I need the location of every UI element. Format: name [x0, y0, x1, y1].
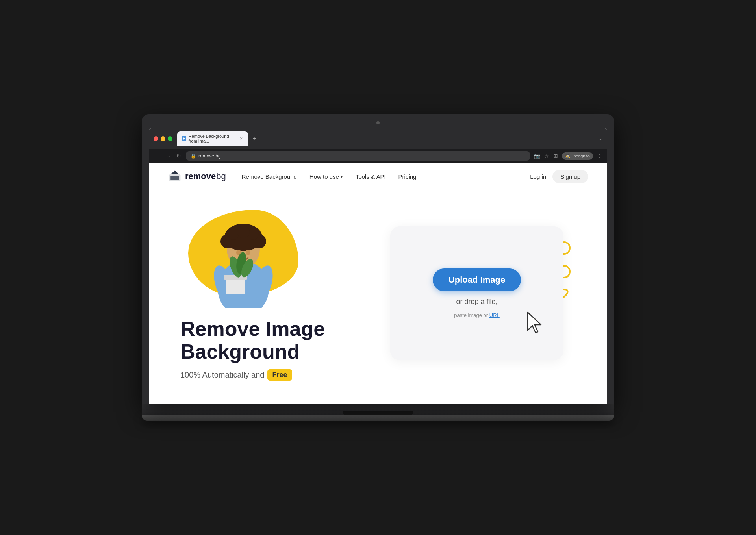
- logo-text: remove bg: [185, 171, 226, 181]
- address-bar[interactable]: 🔒 remove.bg: [186, 151, 530, 161]
- tab-favicon: [182, 136, 186, 141]
- login-button[interactable]: Log in: [530, 173, 546, 180]
- tab-view-icon[interactable]: ⊞: [553, 153, 558, 159]
- url-text: remove.bg: [198, 153, 221, 159]
- laptop-bottom: [142, 415, 614, 421]
- active-tab[interactable]: Remove Background from Ima... ✕: [177, 131, 248, 146]
- new-tab-button[interactable]: +: [250, 134, 259, 143]
- site-nav: remove bg Remove Background How to use ▾: [149, 163, 607, 190]
- browser-tabs: Remove Background from Ima... ✕ +: [177, 131, 594, 146]
- forward-button[interactable]: →: [165, 152, 172, 160]
- hero-person-image: [200, 210, 287, 308]
- nav-pricing[interactable]: Pricing: [398, 173, 417, 180]
- tab-title: Remove Background from Ima...: [189, 134, 237, 143]
- person-svg: [200, 210, 287, 308]
- upload-image-button[interactable]: Upload Image: [433, 268, 521, 291]
- svg-marker-1: [170, 171, 179, 174]
- browser-chrome: Remove Background from Ima... ✕ + ⌄ ← → …: [149, 128, 607, 163]
- chevron-down-icon: ▾: [341, 174, 343, 179]
- incognito-label: Incognito: [572, 154, 590, 158]
- hero-image-area: [180, 206, 306, 308]
- hero-left: Remove Image Background 100% Automatical…: [180, 206, 378, 380]
- nav-how-to-use[interactable]: How to use ▾: [309, 173, 343, 180]
- incognito-badge: 🕵 Incognito: [562, 152, 593, 160]
- bookmark-icon[interactable]: ☆: [544, 153, 549, 159]
- hero-section: Remove Image Background 100% Automatical…: [149, 190, 607, 404]
- browser-addressbar: ← → ↻ 🔒 remove.bg 📷 ☆ ⊞ 🕵 Incognito: [149, 149, 607, 163]
- logo-icon: [168, 169, 182, 183]
- camera-off-icon: 📷: [534, 153, 540, 159]
- laptop-base: [142, 404, 614, 415]
- signup-button[interactable]: Sign up: [552, 170, 588, 183]
- nav-tools-api[interactable]: Tools & API: [356, 173, 386, 180]
- camera: [376, 121, 380, 124]
- svg-point-10: [237, 226, 250, 238]
- website-content: remove bg Remove Background How to use ▾: [149, 163, 607, 404]
- svg-rect-2: [170, 176, 179, 180]
- lock-icon: 🔒: [191, 154, 196, 159]
- back-button[interactable]: ←: [154, 152, 161, 160]
- nav-remove-background[interactable]: Remove Background: [242, 173, 297, 180]
- browser-actions: 📷 ☆ ⊞ 🕵 Incognito ⋮: [534, 152, 602, 160]
- laptop-shell: Remove Background from Ima... ✕ + ⌄ ← → …: [142, 114, 614, 420]
- browser-titlebar: Remove Background from Ima... ✕ + ⌄: [149, 128, 607, 149]
- svg-point-12: [246, 250, 250, 255]
- maximize-button[interactable]: [168, 136, 172, 141]
- free-badge: Free: [267, 369, 292, 381]
- drop-text: or drop a file,: [456, 298, 497, 306]
- hero-right: Upload Image or drop a file, paste image…: [378, 226, 576, 360]
- nav-actions: Log in Sign up: [530, 170, 588, 183]
- paste-text: paste image or URL: [454, 312, 500, 318]
- more-options-icon[interactable]: ⋮: [597, 153, 602, 159]
- upload-card[interactable]: Upload Image or drop a file, paste image…: [390, 226, 563, 360]
- window-expand[interactable]: ⌄: [598, 136, 602, 141]
- traffic-lights: [154, 136, 172, 141]
- laptop-notch: [343, 411, 413, 415]
- refresh-button[interactable]: ↻: [176, 152, 182, 160]
- minimize-button[interactable]: [161, 136, 165, 141]
- nav-links: Remove Background How to use ▾ Tools & A…: [242, 173, 530, 180]
- close-button[interactable]: [154, 136, 158, 141]
- url-link[interactable]: URL: [489, 312, 500, 318]
- logo-area[interactable]: remove bg: [168, 169, 226, 183]
- incognito-icon: 🕵: [565, 154, 571, 159]
- laptop-screen: Remove Background from Ima... ✕ + ⌄ ← → …: [149, 128, 607, 404]
- screen-bezel: Remove Background from Ima... ✕ + ⌄ ← → …: [142, 114, 614, 404]
- tab-close-button[interactable]: ✕: [239, 136, 243, 141]
- logo-remove: remove: [185, 171, 216, 181]
- logo-bg: bg: [216, 171, 226, 181]
- hero-subtext: 100% Automatically and Free: [180, 369, 378, 381]
- hero-headline: Remove Image Background: [180, 318, 378, 363]
